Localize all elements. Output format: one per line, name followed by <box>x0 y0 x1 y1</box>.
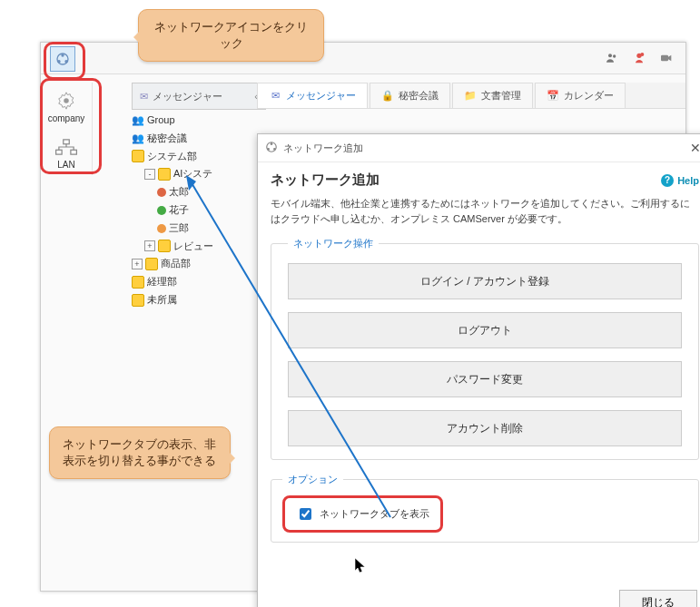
tree-secret[interactable]: 👥秘密会議 <box>132 130 250 148</box>
sidebar-item-label: company <box>48 113 85 123</box>
group-legend: オプション <box>282 473 343 486</box>
change-password-button[interactable]: パスワード変更 <box>288 361 682 397</box>
org-tree: 👥Group 👥秘密会議 システム部 -AIシステ 太郎 花子 三郎 +レビュー… <box>132 112 250 309</box>
network-sidebar: company LAN <box>41 83 93 175</box>
login-register-button[interactable]: ログイン / アカウント登録 <box>288 263 682 299</box>
group-icon: 👥 <box>132 112 144 130</box>
tab-label: メッセンジャー <box>286 89 356 103</box>
group-icon: 👥 <box>132 130 144 148</box>
close-icon[interactable]: ✕ <box>686 139 700 157</box>
svg-point-5 <box>613 54 616 57</box>
delete-account-button[interactable]: アカウント削除 <box>288 410 682 446</box>
svg-rect-12 <box>71 150 77 154</box>
folder-icon <box>158 240 171 252</box>
camera-icon[interactable] <box>655 46 678 70</box>
tree-accounting[interactable]: 経理部 <box>132 273 250 291</box>
tree-product[interactable]: +商品部 <box>132 255 250 273</box>
tree-system[interactable]: システム部 <box>132 148 250 166</box>
tree-user-hanako[interactable]: 花子 <box>132 201 250 220</box>
svg-point-3 <box>65 61 67 63</box>
left-panel-tab[interactable]: ✉ メッセンジャー ‹ <box>132 83 266 110</box>
dialog-description: モバイル端末、他社企業と連携するためにはネットワークを追加してください。ご利用す… <box>271 196 699 226</box>
tree-group[interactable]: 👥Group <box>132 112 250 130</box>
users-icon[interactable] <box>600 46 624 70</box>
tab-label: 文書管理 <box>481 89 521 103</box>
svg-point-7 <box>640 53 644 56</box>
svg-point-1 <box>62 54 64 56</box>
folder-icon <box>145 258 158 270</box>
dialog-window-title: ネットワーク追加 <box>283 142 363 155</box>
logout-button[interactable]: ログアウト <box>288 312 682 348</box>
tab-documents[interactable]: 📁 文書管理 <box>452 83 533 108</box>
dialog-footer: 閉じる <box>619 590 697 607</box>
svg-point-9 <box>64 98 69 103</box>
svg-point-2 <box>58 61 60 63</box>
expand-icon[interactable]: + <box>144 240 155 251</box>
dialog-body: ネットワーク追加 ?Help モバイル端末、他社企業と連携するためにはネットワー… <box>258 162 700 564</box>
app-window: company LAN ✉ メッセンジャー ‹ ✉ メッセンジャー 🔒 秘密会議… <box>40 42 686 592</box>
avatar-icon <box>157 206 166 215</box>
tree-user-taro[interactable]: 太郎 <box>132 183 250 201</box>
sidebar-item-company[interactable]: company <box>41 83 92 129</box>
close-button[interactable]: 閉じる <box>619 590 697 607</box>
left-panel-tab-label: メッセンジャー <box>153 90 222 103</box>
tree-unassigned[interactable]: 未所属 <box>132 291 250 309</box>
help-link[interactable]: ?Help <box>661 174 699 187</box>
tab-messenger[interactable]: ✉ メッセンジャー <box>257 83 368 108</box>
network-icon-button[interactable] <box>50 46 75 72</box>
envelope-icon: ✉ <box>269 90 281 103</box>
main-tabs: ✉ メッセンジャー 🔒 秘密会議 📁 文書管理 📅 カレンダー <box>257 83 685 109</box>
tab-label: 秘密会議 <box>399 89 439 103</box>
callout-bottom: ネットワークタブの表示、非表示を切り替える事ができる <box>49 426 231 479</box>
sidebar-item-lan[interactable]: LAN <box>41 129 92 175</box>
options-group: オプション ネットワークタブを表示 <box>271 473 699 543</box>
tree-ai[interactable]: -AIシステ <box>132 165 250 183</box>
cursor-icon <box>354 557 367 573</box>
lan-icon <box>51 134 82 160</box>
svg-rect-10 <box>64 140 70 144</box>
avatar-icon <box>157 224 166 233</box>
tab-label: カレンダー <box>564 89 614 103</box>
dialog-heading: ネットワーク追加 ?Help <box>271 171 699 189</box>
group-legend: ネットワーク操作 <box>288 237 379 250</box>
avatar-icon <box>157 188 166 197</box>
collapse-icon[interactable]: - <box>144 169 155 180</box>
folder-icon <box>158 168 171 181</box>
folder-icon <box>132 294 144 307</box>
envelope-icon: ✉ <box>140 91 148 103</box>
help-icon: ? <box>661 174 674 187</box>
network-add-dialog: ネットワーク追加 ✕ ネットワーク追加 ?Help モバイル端末、他社企業と連携… <box>257 133 700 607</box>
dialog-titlebar: ネットワーク追加 ✕ <box>258 134 700 162</box>
folder-icon: 📁 <box>464 90 477 103</box>
network-operations-group: ネットワーク操作 ログイン / アカウント登録 ログアウト パスワード変更 アカ… <box>271 237 699 460</box>
svg-rect-11 <box>56 150 63 154</box>
svg-point-16 <box>274 148 276 150</box>
sidebar-item-label: LAN <box>57 160 74 170</box>
tree-review[interactable]: +レビュー <box>132 238 250 256</box>
svg-point-15 <box>268 148 270 150</box>
gear-icon <box>51 88 82 113</box>
highlight-box: ネットワークタブを表示 <box>282 495 443 533</box>
calendar-icon: 📅 <box>547 90 559 103</box>
lock-icon: 🔒 <box>381 90 394 103</box>
svg-rect-8 <box>661 55 668 62</box>
svg-point-14 <box>271 143 272 145</box>
callout-top: ネットワークアイコンをクリック <box>138 9 324 62</box>
tab-secret[interactable]: 🔒 秘密会議 <box>370 83 450 108</box>
network-icon <box>265 141 278 155</box>
expand-icon[interactable]: + <box>132 259 143 269</box>
checkbox-label: ネットワークタブを表示 <box>320 507 429 521</box>
svg-point-4 <box>608 54 612 57</box>
show-network-tab-checkbox[interactable] <box>300 508 311 520</box>
notification-icon[interactable] <box>627 46 651 70</box>
folder-icon <box>132 150 144 162</box>
tree-user-saburo[interactable]: 三郎 <box>132 220 250 238</box>
show-network-tab-option[interactable]: ネットワークタブを表示 <box>291 502 435 526</box>
tab-calendar[interactable]: 📅 カレンダー <box>535 83 626 108</box>
folder-icon <box>132 276 144 289</box>
